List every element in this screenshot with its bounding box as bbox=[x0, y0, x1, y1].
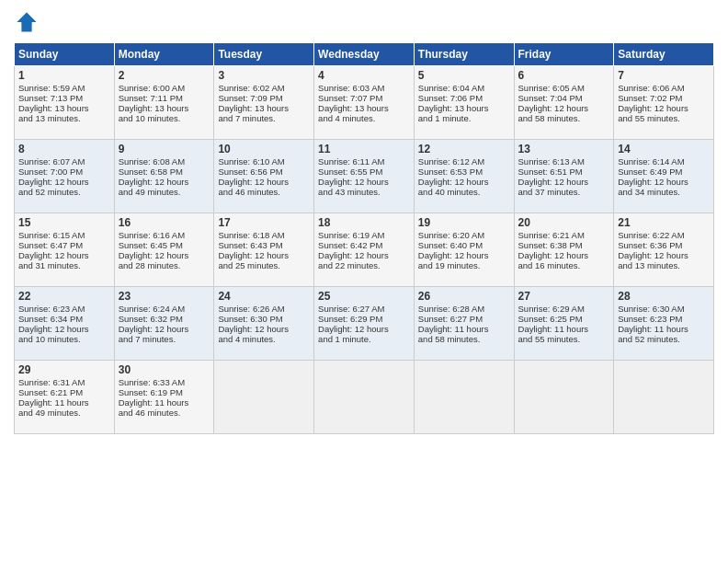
day-cell: 7Sunrise: 6:06 AMSunset: 7:02 PMDaylight… bbox=[614, 66, 714, 140]
day-info-line: Daylight: 12 hours bbox=[618, 250, 710, 260]
day-number: 1 bbox=[18, 69, 110, 82]
day-info-line: Sunrise: 6:23 AM bbox=[18, 304, 110, 314]
day-info-line: Sunset: 6:23 PM bbox=[618, 314, 710, 324]
day-info-line: and 58 minutes. bbox=[418, 334, 510, 344]
day-info-line: Sunrise: 6:06 AM bbox=[618, 83, 710, 93]
day-number: 30 bbox=[119, 363, 210, 376]
day-cell: 8Sunrise: 6:07 AMSunset: 7:00 PMDaylight… bbox=[15, 140, 115, 213]
day-number: 20 bbox=[518, 216, 610, 229]
day-info-line: Daylight: 12 hours bbox=[119, 177, 210, 187]
day-number: 10 bbox=[218, 143, 310, 155]
day-info-line: Sunrise: 6:28 AM bbox=[418, 304, 510, 314]
day-info-line: Sunrise: 6:16 AM bbox=[119, 230, 210, 240]
day-cell: 5Sunrise: 6:04 AMSunset: 7:06 PMDaylight… bbox=[414, 66, 514, 140]
day-info-line: Sunset: 7:07 PM bbox=[318, 93, 410, 103]
day-info-line: Sunset: 6:29 PM bbox=[318, 314, 410, 324]
day-info-line: Sunrise: 6:20 AM bbox=[418, 230, 510, 240]
weekday-header-thursday: Thursday bbox=[414, 43, 514, 66]
day-info-line: Sunset: 6:53 PM bbox=[418, 167, 510, 177]
day-number: 25 bbox=[318, 290, 410, 303]
day-info-line: Daylight: 12 hours bbox=[18, 250, 110, 260]
day-number: 28 bbox=[618, 290, 710, 303]
day-cell: 6Sunrise: 6:05 AMSunset: 7:04 PMDaylight… bbox=[514, 66, 614, 140]
day-number: 3 bbox=[218, 69, 310, 82]
day-info-line: Sunset: 6:21 PM bbox=[18, 387, 110, 397]
day-info-line: and 16 minutes. bbox=[518, 260, 610, 270]
day-info-line: and 7 minutes. bbox=[119, 334, 210, 344]
day-info-line: Daylight: 12 hours bbox=[218, 324, 310, 334]
day-number: 18 bbox=[318, 216, 410, 229]
day-info-line: Sunrise: 6:04 AM bbox=[418, 83, 510, 93]
day-info-line: Sunset: 6:58 PM bbox=[119, 167, 210, 177]
day-info-line: Sunset: 7:02 PM bbox=[618, 93, 710, 103]
day-cell: 15Sunrise: 6:15 AMSunset: 6:47 PMDayligh… bbox=[15, 213, 115, 287]
calendar-container: SundayMondayTuesdayWednesdayThursdayFrid… bbox=[0, 0, 728, 563]
day-info-line: and 10 minutes. bbox=[18, 334, 110, 344]
day-info-line: Sunrise: 6:08 AM bbox=[119, 156, 210, 167]
day-cell: 12Sunrise: 6:12 AMSunset: 6:53 PMDayligh… bbox=[414, 140, 514, 213]
day-cell: 29Sunrise: 6:31 AMSunset: 6:21 PMDayligh… bbox=[15, 361, 115, 434]
day-number: 26 bbox=[418, 290, 510, 303]
day-info-line: Daylight: 11 hours bbox=[18, 397, 110, 408]
day-number: 21 bbox=[618, 216, 710, 229]
header bbox=[14, 9, 714, 35]
day-info-line: and 52 minutes. bbox=[18, 187, 110, 197]
day-cell: 28Sunrise: 6:30 AMSunset: 6:23 PMDayligh… bbox=[614, 287, 714, 361]
day-info-line: Daylight: 12 hours bbox=[618, 103, 710, 113]
day-cell bbox=[314, 361, 415, 434]
day-info-line: Sunrise: 6:19 AM bbox=[318, 230, 410, 240]
day-info-line: and 31 minutes. bbox=[18, 260, 110, 270]
day-info-line: Sunrise: 6:15 AM bbox=[18, 230, 110, 240]
day-info-line: and 58 minutes. bbox=[518, 113, 610, 123]
day-info-line: Daylight: 12 hours bbox=[518, 177, 610, 187]
day-info-line: Sunset: 6:47 PM bbox=[18, 240, 110, 250]
day-info-line: and 49 minutes. bbox=[18, 408, 110, 418]
day-number: 13 bbox=[518, 143, 610, 155]
day-info-line: Sunrise: 6:03 AM bbox=[318, 83, 410, 93]
day-cell: 17Sunrise: 6:18 AMSunset: 6:43 PMDayligh… bbox=[214, 213, 314, 287]
day-info-line: Sunset: 6:51 PM bbox=[518, 167, 610, 177]
day-info-line: and 46 minutes. bbox=[218, 187, 310, 197]
day-cell: 1Sunrise: 5:59 AMSunset: 7:13 PMDaylight… bbox=[15, 66, 115, 140]
day-info-line: and 19 minutes. bbox=[418, 260, 510, 270]
week-row-3: 15Sunrise: 6:15 AMSunset: 6:47 PMDayligh… bbox=[15, 213, 714, 287]
day-info-line: Daylight: 12 hours bbox=[119, 250, 210, 260]
day-info-line: Sunset: 6:43 PM bbox=[218, 240, 310, 250]
day-number: 24 bbox=[218, 290, 310, 303]
weekday-header-saturday: Saturday bbox=[614, 43, 714, 66]
day-info-line: Daylight: 13 hours bbox=[18, 103, 110, 113]
day-number: 5 bbox=[418, 69, 510, 82]
weekday-header-sunday: Sunday bbox=[15, 43, 115, 66]
day-number: 27 bbox=[518, 290, 610, 303]
day-info-line: Daylight: 13 hours bbox=[218, 103, 310, 113]
day-cell: 20Sunrise: 6:21 AMSunset: 6:38 PMDayligh… bbox=[514, 213, 614, 287]
day-info-line: Sunrise: 6:18 AM bbox=[218, 230, 310, 240]
day-cell: 19Sunrise: 6:20 AMSunset: 6:40 PMDayligh… bbox=[414, 213, 514, 287]
day-info-line: Sunset: 6:19 PM bbox=[119, 387, 210, 397]
day-info-line: Sunrise: 6:00 AM bbox=[119, 83, 210, 93]
day-cell: 10Sunrise: 6:10 AMSunset: 6:56 PMDayligh… bbox=[214, 140, 314, 213]
day-number: 15 bbox=[18, 216, 110, 229]
day-info-line: Sunrise: 6:12 AM bbox=[418, 156, 510, 167]
day-number: 22 bbox=[18, 290, 110, 303]
day-cell: 27Sunrise: 6:29 AMSunset: 6:25 PMDayligh… bbox=[514, 287, 614, 361]
day-info-line: Daylight: 12 hours bbox=[18, 324, 110, 334]
day-info-line: Sunset: 6:42 PM bbox=[318, 240, 410, 250]
day-cell: 23Sunrise: 6:24 AMSunset: 6:32 PMDayligh… bbox=[114, 287, 214, 361]
day-info-line: Daylight: 11 hours bbox=[618, 324, 710, 334]
day-info-line: Daylight: 12 hours bbox=[518, 103, 610, 113]
logo bbox=[14, 9, 41, 35]
calendar-body: 1Sunrise: 5:59 AMSunset: 7:13 PMDaylight… bbox=[15, 66, 714, 434]
day-info-line: Daylight: 11 hours bbox=[518, 324, 610, 334]
day-info-line: Sunrise: 6:14 AM bbox=[618, 156, 710, 167]
day-info-line: Sunset: 6:32 PM bbox=[119, 314, 210, 324]
day-info-line: and 1 minute. bbox=[418, 113, 510, 123]
day-info-line: Sunrise: 6:11 AM bbox=[318, 156, 410, 167]
day-info-line: Daylight: 12 hours bbox=[119, 324, 210, 334]
day-info-line: and 37 minutes. bbox=[518, 187, 610, 197]
day-number: 4 bbox=[318, 69, 410, 82]
day-info-line: Sunrise: 6:22 AM bbox=[618, 230, 710, 240]
day-info-line: and 7 minutes. bbox=[218, 113, 310, 123]
weekday-header-friday: Friday bbox=[514, 43, 614, 66]
day-info-line: Sunset: 6:56 PM bbox=[218, 167, 310, 177]
